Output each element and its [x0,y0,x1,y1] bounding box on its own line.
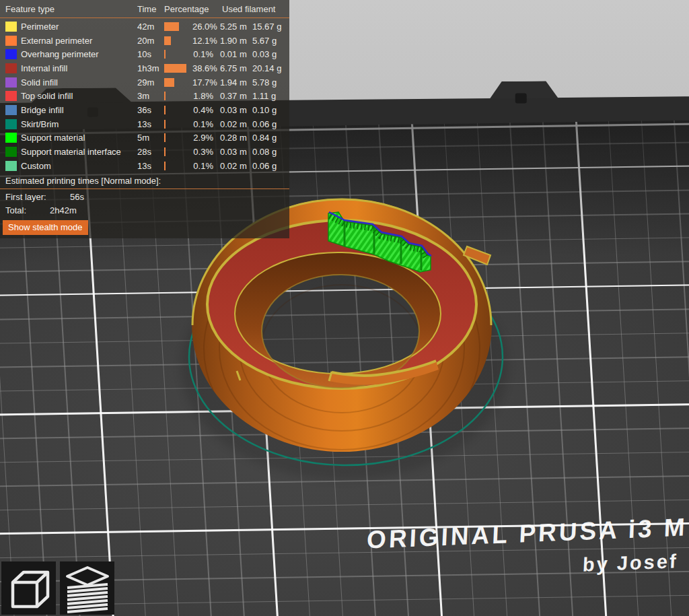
percentage-value: 38.6% [192,63,213,73]
feature-color-swatch [5,63,17,73]
percentage-bar [164,133,192,142]
percentage-value: 26.0% [192,22,213,32]
feature-color-swatch [5,49,17,59]
feature-label: Internal infill [21,63,137,73]
filament-length: 6.75 m [220,63,250,73]
filament-weight: 0.08 g [252,147,277,157]
time-value: 29m [137,77,164,88]
header-used-filament: Used filament [222,4,275,14]
filament-weight: 0.03 g [252,49,277,59]
legend-rows: Perimeter42m26.0%5.25 m15.67 gExternal p… [0,20,289,173]
header-percentage: Percentage [164,4,222,14]
legend-panel: Feature type Time Percentage Used filame… [0,0,289,238]
legend-row: Perimeter42m26.0%5.25 m15.67 g [0,20,289,34]
cube-icon [3,563,55,613]
first-layer-label: First layer: [5,192,70,202]
legend-row: Solid infill29m17.7%1.94 m5.78 g [0,75,289,90]
total-label: Total: [5,205,50,215]
show-stealth-mode-button[interactable]: Show stealth mode [3,220,88,235]
layers-view-button[interactable] [60,561,114,615]
feature-label: Skirt/Brim [21,119,137,129]
percentage-value: 1.8% [192,91,213,101]
filament-weight: 0.84 g [252,133,277,143]
percentage-bar [164,120,192,129]
feature-color-swatch [5,105,17,115]
time-value: 5m [137,133,164,143]
percentage-bar [164,64,192,73]
filament-weight: 20.14 g [252,63,281,73]
percentage-value: 0.3% [192,147,213,157]
percentage-bar [164,162,192,170]
header-time: Time [137,4,164,14]
filament-length: 0.02 m [220,161,250,171]
filament-length: 0.03 m [220,105,250,115]
legend-row: Support material interface28s0.3%0.03 m0… [0,145,289,159]
filament-length: 0.28 m [220,133,250,143]
percentage-value: 0.1% [192,49,213,59]
filament-length: 0.01 m [220,49,250,59]
time-value: 13s [137,161,164,171]
header-feature-type: Feature type [5,4,137,14]
time-value: 1h3m [137,63,164,73]
feature-color-swatch [5,77,17,88]
percentage-bar [164,50,192,59]
filament-weight: 0.06 g [252,161,277,171]
filament-length: 5.25 m [220,22,250,32]
filament-weight: 0.10 g [252,105,277,115]
feature-label: Top solid infill [21,91,137,101]
legend-row: Support material5m2.9%0.28 m0.84 g [0,131,289,145]
time-value: 20m [137,36,164,46]
percentage-value: 12.1% [192,36,213,46]
feature-label: Support material [21,133,137,143]
3d-view-button[interactable] [1,561,56,615]
filament-length: 0.03 m [220,147,250,157]
estimated-times-title: Estimated printing times [Normal mode]: [0,173,289,188]
feature-color-swatch [5,133,17,143]
feature-color-swatch [5,119,17,129]
first-layer-value: 56s [70,192,84,202]
legend-divider [0,18,289,18]
filament-weight: 5.67 g [252,36,277,46]
percentage-value: 0.1% [192,119,213,129]
percentage-value: 2.9% [192,133,213,143]
time-value: 10s [137,49,164,59]
percentage-value: 17.7% [192,77,213,88]
view-toolbar [1,561,114,615]
time-value: 28s [137,147,164,157]
feature-label: External perimeter [21,36,137,46]
filament-weight: 0.06 g [252,119,277,129]
feature-label: Overhang perimeter [21,49,137,59]
percentage-bar [164,78,192,87]
feature-label: Support material interface [21,147,137,157]
percentage-bar [164,22,192,31]
feature-label: Perimeter [21,22,137,32]
time-value: 36s [137,105,164,115]
total-value: 2h42m [50,205,77,215]
percentage-bar [164,147,192,156]
feature-color-swatch [5,161,17,171]
feature-color-swatch [5,36,17,46]
filament-weight: 1.11 g [252,91,276,101]
gcode-preview-viewport[interactable]: ORIGINAL PRUSA i3 M by Josef [0,0,689,616]
filament-length: 1.94 m [220,77,250,88]
feature-label: Solid infill [21,77,137,88]
legend-row: Skirt/Brim13s0.1%0.02 m0.06 g [0,117,289,131]
filament-weight: 5.78 g [252,77,277,88]
feature-color-swatch [5,22,17,32]
bed-clip-knob-right [515,93,527,103]
feature-color-swatch [5,147,17,157]
legend-row: Internal infill1h3m38.6%6.75 m20.14 g [0,61,289,75]
legend-header: Feature type Time Percentage Used filame… [0,0,289,17]
percentage-value: 0.1% [192,161,213,171]
percentage-bar [164,106,192,114]
legend-row: Custom13s0.1%0.02 m0.06 g [0,159,289,173]
time-value: 42m [137,22,164,32]
legend-row: Top solid infill3m1.8%0.37 m1.11 g [0,89,289,103]
filament-length: 1.90 m [220,36,250,46]
percentage-bar [164,36,192,45]
total-row: Total: 2h42m [0,204,289,217]
filament-weight: 15.67 g [252,22,281,32]
first-layer-row: First layer: 56s [0,191,289,204]
time-value: 13s [137,119,164,129]
feature-label: Custom [21,161,137,171]
